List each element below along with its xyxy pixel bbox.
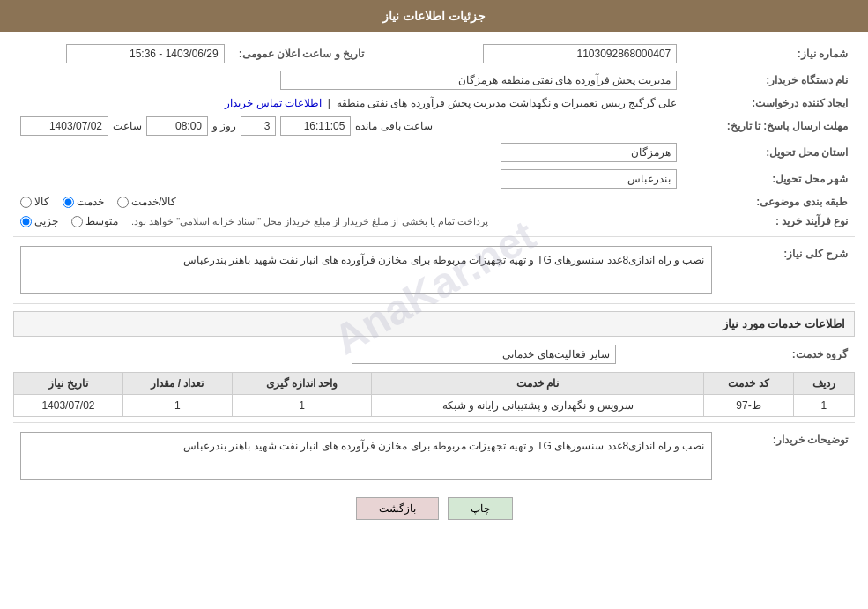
process-motavasset-label: متوسط (85, 215, 118, 227)
province-label: استان محل تحویل: (684, 139, 855, 166)
creator-label: ایجاد کننده درخواست: (684, 93, 855, 113)
need-number-value: 1103092868000407 (483, 44, 677, 63)
buyer-desc-label: توضیحات خریدار: (719, 428, 855, 484)
divider-2 (13, 303, 855, 304)
send-days-value: 3 (241, 116, 276, 136)
row-date: 1403/07/02 (14, 395, 123, 417)
row-number: 1 (793, 395, 854, 417)
creator-value: علی گرگیج رییس تعمیرات و نگهداشت مدیریت … (337, 97, 678, 109)
announcement-label: تاریخ و ساعت اعلان عمومی: (232, 41, 421, 67)
buyer-desc-value: نصب و راه اندازی8عدد سنسورهای TG و تهیه … (20, 432, 712, 480)
category-kalakhedmat-radio[interactable] (117, 197, 129, 208)
province-value: هرمزگان (501, 143, 677, 162)
general-desc-label: شرح کلی نیاز: (719, 242, 855, 298)
send-remaining-value: 16:11:05 (280, 116, 351, 136)
announcement-value: 1403/06/29 - 15:36 (66, 44, 225, 63)
back-button[interactable]: بازگشت (356, 497, 439, 520)
info-table-top: شماره نیاز: 1103092868000407 تاریخ و ساع… (13, 41, 855, 231)
send-time-label: ساعت (113, 120, 142, 132)
category-kalakhedmat-label: کالا/خدمت (131, 196, 176, 208)
row-code: ط-97 (704, 395, 794, 417)
button-row: چاپ بازگشت (13, 497, 855, 520)
process-label: نوع فرآیند خرید : (684, 212, 855, 231)
page-header: جزئیات اطلاعات نیاز (0, 0, 868, 32)
category-khedmat-label: خدمت (77, 196, 104, 208)
send-date-value: 1403/07/02 (20, 116, 108, 136)
table-row: 1 ط-97 سرویس و نگهداری و پشتیبانی رایانه… (14, 395, 855, 417)
process-option-motavasset: متوسط (71, 215, 118, 227)
service-group-value: سایر فعالیت‌های خدماتی (352, 345, 616, 364)
category-radio-group: کالا خدمت کالا/خدمت (20, 196, 677, 208)
category-option-kala: کالا (20, 196, 49, 208)
col-quantity: تعداد / مقدار (122, 373, 232, 395)
row-service-name: سرویس و نگهداری و پشتیبانی رایانه و شبکه (372, 395, 704, 417)
buyer-org-label: نام دستگاه خریدار: (684, 67, 855, 93)
category-kala-label: کالا (34, 196, 49, 208)
process-jozi-radio[interactable] (20, 216, 32, 227)
general-desc-value: نصب و راه اندازی8عدد سنسورهای TG و تهیه … (20, 246, 712, 294)
process-option-jozi: جزیی (20, 215, 58, 227)
col-unit: واحد اندازه گیری (232, 373, 372, 395)
page-title: جزئیات اطلاعات نیاز (382, 9, 486, 23)
process-motavasset-radio[interactable] (71, 216, 83, 227)
col-row: ردیف (793, 373, 854, 395)
category-option-khedmat: خدمت (63, 196, 104, 208)
content-area: AnaKar.net شماره نیاز: 1103092868000407 … (0, 32, 868, 542)
general-desc-table: شرح کلی نیاز: نصب و راه اندازی8عدد سنسور… (13, 242, 855, 298)
send-day-label: روز و (212, 120, 236, 132)
service-info-title: اطلاعات خدمات مورد نیاز (13, 311, 855, 337)
row-unit: 1 (232, 395, 372, 417)
page-wrapper: جزئیات اطلاعات نیاز AnaKar.net شماره نیا… (0, 0, 868, 609)
process-jozi-label: جزیی (34, 215, 58, 227)
col-date: تاریخ نیاز (14, 373, 123, 395)
divider-1 (13, 236, 855, 237)
col-code: کد خدمت (704, 373, 794, 395)
buyer-org-value: مدیریت پخش فرآورده های نفتی منطقه هرمزگا… (280, 71, 677, 90)
category-option-kalakhedmat: کالا/خدمت (117, 196, 176, 208)
print-button[interactable]: چاپ (448, 497, 513, 520)
category-label: طبقه بندی موضوعی: (684, 192, 855, 212)
send-date-label: مهلت ارسال پاسخ: تا تاریخ: (684, 113, 855, 139)
divider-3 (13, 422, 855, 423)
send-time-value: 08:00 (146, 116, 208, 136)
service-group-table: گروه خدمت: سایر فعالیت‌های خدماتی (13, 341, 855, 368)
process-note: پرداخت تمام یا بخشی از مبلغ خریدار از مب… (131, 216, 488, 227)
send-remaining-label: ساعت باقی مانده (355, 120, 433, 132)
buyer-desc-table: توضیحات خریدار: نصب و راه اندازی8عدد سنس… (13, 428, 855, 484)
need-number-label: شماره نیاز: (684, 41, 855, 67)
category-kala-radio[interactable] (20, 197, 32, 208)
city-value: بندرعباس (501, 169, 677, 189)
col-name: نام خدمت (372, 373, 704, 395)
row-quantity: 1 (122, 395, 232, 417)
city-label: شهر محل تحویل: (684, 166, 855, 192)
service-group-label: گروه خدمت: (623, 341, 855, 368)
category-khedmat-radio[interactable] (63, 197, 74, 208)
service-table: ردیف کد خدمت نام خدمت واحد اندازه گیری ت… (13, 372, 855, 417)
process-radio-group: پرداخت تمام یا بخشی از مبلغ خریدار از مب… (20, 215, 677, 227)
creator-link[interactable]: اطلاعات تماس خریدار (225, 97, 322, 109)
